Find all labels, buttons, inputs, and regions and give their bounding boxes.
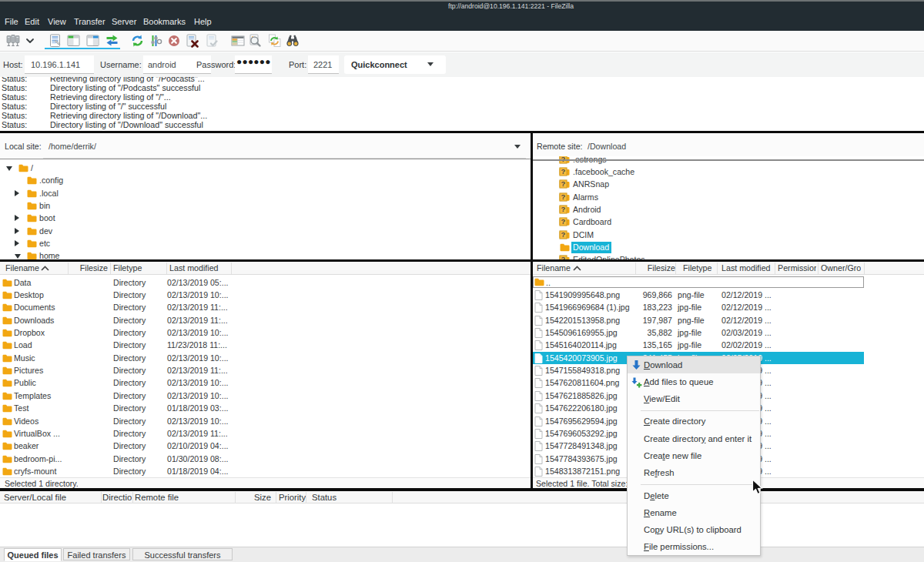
svg-text:?: ? (561, 256, 566, 259)
svg-text:?: ? (561, 192, 566, 201)
svg-text:?: ? (561, 230, 566, 239)
svg-text:?: ? (561, 167, 566, 176)
svg-text:?: ? (561, 205, 566, 213)
svg-text:?: ? (561, 179, 566, 188)
svg-text:?: ? (561, 218, 566, 226)
